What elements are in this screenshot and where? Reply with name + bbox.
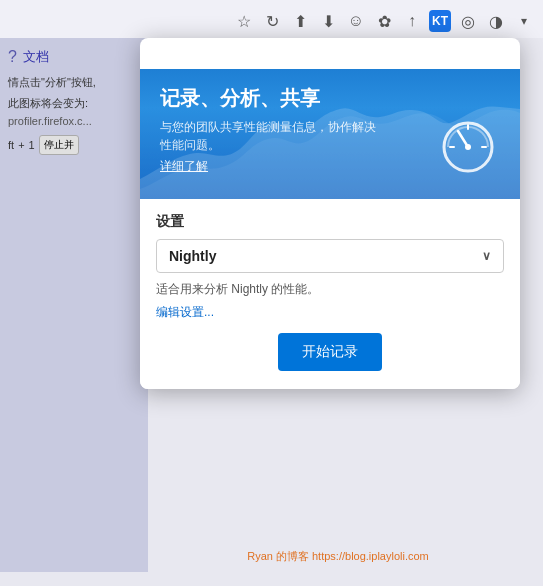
profiler-popup: Firefox Profiler ℹ 记录、分析、共享 与您的团队共享性能测量信…: [140, 38, 520, 389]
watermark: Ryan 的博客 https://blog.iplayloli.com: [148, 549, 528, 564]
browser-page: ? 文档 情点击"分析"按钮, 此图标将会变为: profiler.firefo…: [0, 38, 148, 572]
page-section-title: 文档: [23, 48, 49, 66]
preset-dropdown-value: Nightly: [169, 248, 216, 264]
globe-icon[interactable]: ◎: [457, 10, 479, 32]
popup-settings: 设置 Nightly ∨ 适合用来分析 Nightly 的性能。 编辑设置...…: [140, 199, 520, 389]
stop-button[interactable]: 停止并: [39, 135, 79, 155]
dropdown-chevron-icon: ∨: [482, 249, 491, 263]
settings-label: 设置: [156, 213, 504, 231]
edit-settings-link[interactable]: 编辑设置...: [156, 305, 214, 319]
popup-hero: 记录、分析、共享 与您的团队共享性能测量信息，协作解决性能问题。 详细了解: [140, 69, 520, 199]
upload-icon[interactable]: ⬆: [289, 10, 311, 32]
page-body-line2: 此图标将会变为:: [8, 95, 140, 112]
preset-dropdown[interactable]: Nightly ∨: [156, 239, 504, 273]
hero-learn-more-link[interactable]: 详细了解: [160, 158, 208, 175]
page-section-header: ? 文档: [8, 48, 140, 66]
download-icon[interactable]: ⬇: [317, 10, 339, 32]
popup-title-bar: Firefox Profiler ℹ: [140, 38, 520, 69]
headphone-icon[interactable]: ◑: [485, 10, 507, 32]
page-plus-text: +: [18, 139, 24, 151]
arrowup-icon[interactable]: ↑: [401, 10, 423, 32]
kt-icon[interactable]: KT: [429, 10, 451, 32]
speedometer-icon: [436, 111, 500, 179]
page-count-text: 1: [29, 139, 35, 151]
person-icon[interactable]: ☺: [345, 10, 367, 32]
page-body-line1: 情点击"分析"按钮,: [8, 74, 140, 91]
settings-description: 适合用来分析 Nightly 的性能。: [156, 281, 504, 298]
question-icon: ?: [8, 48, 17, 66]
star-icon[interactable]: ☆: [233, 10, 255, 32]
page-bottom-row: ft + 1 停止并: [8, 135, 140, 155]
hero-title: 记录、分析、共享: [160, 85, 500, 112]
refresh-icon[interactable]: ↻: [261, 10, 283, 32]
main-area: ? 文档 情点击"分析"按钮, 此图标将会变为: profiler.firefo…: [0, 38, 543, 572]
hero-subtitle: 与您的团队共享性能测量信息，协作解决性能问题。: [160, 118, 380, 154]
svg-point-2: [465, 144, 471, 150]
popup-title: Firefox Profiler: [285, 46, 374, 61]
start-recording-button[interactable]: 开始记录: [278, 333, 382, 371]
page-url: profiler.firefox.c...: [8, 115, 140, 127]
toolbar: ☆ ↻ ⬆ ⬇ ☺ ✿ ↑ KT ◎ ◑ ▾: [8, 6, 535, 38]
popup-info-button[interactable]: ℹ: [488, 43, 510, 65]
toolbar-chevron-icon[interactable]: ▾: [513, 10, 535, 32]
smiley-icon[interactable]: ✿: [373, 10, 395, 32]
browser-chrome: ☆ ↻ ⬆ ⬇ ☺ ✿ ↑ KT ◎ ◑ ▾: [0, 0, 543, 38]
page-ft-text: ft: [8, 139, 14, 151]
